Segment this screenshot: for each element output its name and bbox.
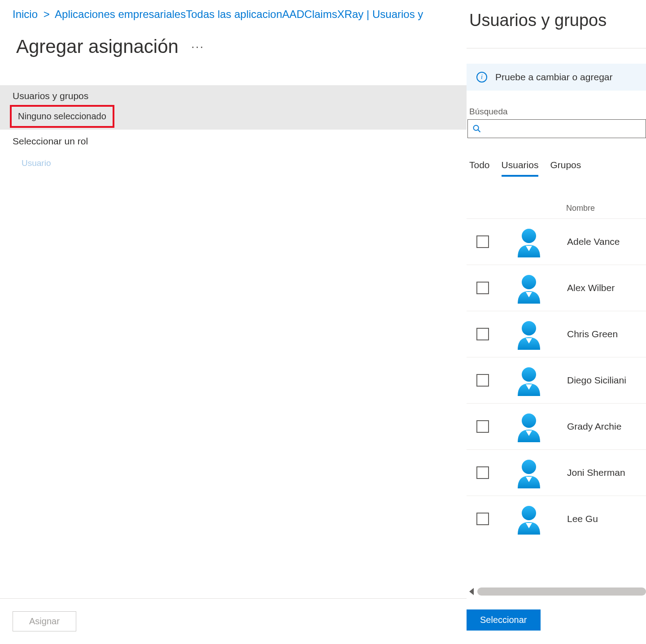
page-title-row: Agregar asignación ··· [0,22,467,57]
user-row[interactable]: Chris Green [467,311,646,357]
user-checkbox[interactable] [476,235,489,248]
more-actions-button[interactable]: ··· [191,39,204,54]
user-checkbox[interactable] [476,282,489,294]
user-checkbox[interactable] [476,513,489,525]
user-row[interactable]: Grady Archie [467,403,646,449]
breadcrumb-all-apps[interactable]: Todas las aplicacion [186,8,282,20]
user-name: Chris Green [567,329,618,339]
user-row[interactable]: Joni Sherman [467,449,646,496]
svg-point-2 [522,229,536,243]
user-checkbox[interactable] [476,420,489,433]
user-row[interactable]: Lee Gu [467,496,646,542]
breadcrumb-pipe: | [363,8,372,20]
breadcrumb-app-name[interactable]: AADClaimsXRay [282,8,363,20]
user-name: Joni Sherman [567,467,625,478]
user-checkbox[interactable] [476,466,489,479]
tab-usuarios[interactable]: Usuarios [502,160,539,177]
svg-point-3 [522,275,536,289]
breadcrumb-enterprise-apps[interactable]: Aplicaciones empresariales [55,8,186,20]
assign-button[interactable]: Asignar [13,611,76,631]
page-title: Agregar asignación [16,36,179,57]
info-icon: i [476,72,487,83]
horizontal-scrollbar[interactable] [467,587,646,596]
breadcrumb-home[interactable]: Inicio [13,8,38,20]
search-icon [472,124,481,133]
svg-point-7 [522,460,536,474]
main-panel: Inicio > Aplicaciones empresarialesTodas… [0,0,467,644]
info-banner: i Pruebe a cambiar o agregar [467,64,646,91]
select-button[interactable]: Seleccionar [467,609,541,631]
scroll-left-arrow-icon[interactable] [469,588,474,595]
search-input[interactable] [485,124,641,134]
svg-point-5 [522,367,536,382]
svg-point-0 [474,126,479,131]
column-header-name[interactable]: Nombre [566,204,595,213]
flyout-divider [467,48,646,48]
tabs-row: TodoUsuariosGrupos [467,138,646,177]
users-groups-value: Ninguno seleccionado [18,111,106,121]
tab-todo[interactable]: Todo [469,160,490,177]
svg-point-4 [522,321,536,335]
breadcrumb-sep-1: > [44,8,50,20]
user-avatar-icon [513,226,545,257]
scroll-track[interactable] [477,587,646,596]
user-avatar-icon [513,365,545,396]
flyout-title: Usuarios y grupos [467,0,646,30]
user-list: Adele Vance Alex Wilber Chris Green Dieg… [467,218,646,587]
search-label: Búsqueda [467,91,646,119]
info-text: Pruebe a cambiar o agregar [495,72,613,83]
user-name: Lee Gu [567,513,598,524]
breadcrumb: Inicio > Aplicaciones empresarialesTodas… [0,0,467,22]
user-checkbox[interactable] [476,328,489,340]
user-avatar-icon [513,457,545,488]
user-name: Adele Vance [567,236,620,247]
user-avatar-icon [513,318,545,350]
users-groups-value-highlight[interactable]: Ninguno seleccionado [10,105,114,128]
search-box[interactable] [467,119,646,138]
breadcrumb-users-groups[interactable]: Usuarios y [372,8,423,20]
user-row[interactable]: Diego Siciliani [467,357,646,403]
user-name: Alex Wilber [567,283,615,293]
user-row[interactable]: Alex Wilber [467,265,646,311]
svg-point-6 [522,413,536,428]
user-row[interactable]: Adele Vance [467,218,646,265]
user-name: Grady Archie [567,421,621,432]
svg-point-8 [522,506,536,520]
users-groups-section[interactable]: Usuarios y grupos Ninguno seleccionado [0,85,467,130]
flyout-footer: Seleccionar [467,596,646,644]
list-header: Nombre [467,177,646,218]
user-checkbox[interactable] [476,374,489,387]
main-footer: Asignar [0,598,467,644]
users-groups-label: Usuarios y grupos [0,85,467,105]
tab-grupos[interactable]: Grupos [550,160,581,177]
user-avatar-icon [513,503,545,535]
user-avatar-icon [513,411,545,442]
role-label: Seleccionar un rol [0,130,467,147]
role-value[interactable]: Usuario [0,147,467,168]
user-avatar-icon [513,272,545,304]
svg-line-1 [478,130,480,132]
flyout-panel: Usuarios y grupos i Pruebe a cambiar o a… [467,0,646,644]
form-area: Usuarios y grupos Ninguno seleccionado S… [0,85,467,168]
user-name: Diego Siciliani [567,375,626,386]
